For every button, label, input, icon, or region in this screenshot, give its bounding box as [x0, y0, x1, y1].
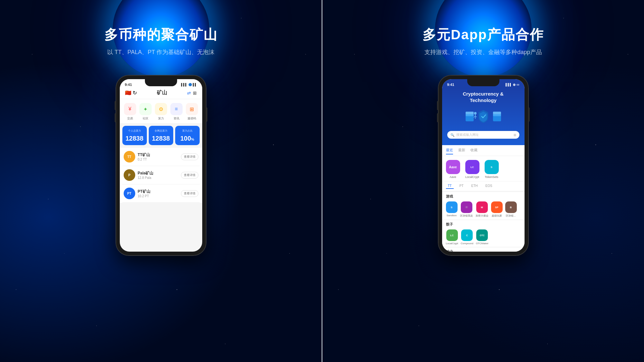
- signal-icon: ▌▌▌: [181, 83, 187, 86]
- app-megapolis[interactable]: M 加密大都会: [476, 201, 488, 218]
- megapolis-label: 加密大都会: [476, 214, 488, 218]
- left-panel-content: 多币种的聚合矿山 以 TT、PALA、PT 作为基础矿山、无泡沫 9:41 ▌▌…: [0, 0, 322, 362]
- list-item-pt[interactable]: PT PT矿山 10.2 PT 查看详情: [122, 184, 200, 203]
- super-player-icon: SP: [491, 201, 503, 213]
- tab-favorites[interactable]: 收藏: [470, 148, 478, 154]
- dice-app-row: LC LocalCrypt C Compound: [446, 229, 521, 245]
- tt-detail-btn[interactable]: 查看详情: [181, 153, 198, 160]
- dice-lc-icon: LC: [446, 229, 458, 241]
- dice-section: 骰子 LC LocalCrypt C: [442, 220, 525, 247]
- vol-up-btn: [115, 101, 116, 110]
- stat-personal: 个人总算力 12838: [122, 126, 147, 145]
- list-item-pala[interactable]: P Pala矿山 12.8 Pala 查看详情: [122, 166, 200, 184]
- battery-icon: ▌▌: [193, 83, 197, 86]
- tab-recent[interactable]: 最近: [446, 148, 453, 154]
- stat-network: 全网总算力 12838: [149, 126, 173, 145]
- tt-info: TT矿山 0.2 TT: [138, 152, 150, 161]
- cat-tab-eth[interactable]: ETH: [469, 183, 480, 189]
- app-sandbox[interactable]: S Sandbox: [446, 201, 458, 218]
- dapp-search-bar[interactable]: 🔍 搜索或输入网址 ⊞: [447, 131, 519, 139]
- tokensets-icon: S: [485, 160, 499, 174]
- mining-list: TT TT矿山 0.2 TT 查看详情: [120, 148, 202, 203]
- mining-screen: 9:41 ▌▌▌ 🔵 ▌▌ 🇨🇳 ↻ 矿山 ⇄ ⊞: [120, 79, 202, 252]
- icon-item-trade[interactable]: ¥ 交易: [124, 103, 136, 121]
- icon-item-news[interactable]: ≡ 资讯: [170, 103, 183, 121]
- stat-network-value: 12838: [151, 135, 171, 142]
- cat-tab-pt[interactable]: PT: [458, 183, 466, 189]
- mining-nav-title: 矿山: [157, 89, 167, 96]
- search-placeholder: 搜索或输入网址: [456, 133, 512, 137]
- right-phone-frame: 9:41 ▌▌▌ ◍ ▭ Cryptocurrency &Technology: [438, 75, 528, 255]
- pt-detail-btn[interactable]: 查看详情: [181, 190, 198, 197]
- app-super-player[interactable]: SP 超级玩家: [491, 201, 503, 218]
- hashrate-icon: ⚙: [155, 103, 167, 115]
- dice-app-compound[interactable]: C Compound: [461, 229, 473, 245]
- svg-rect-2: [466, 112, 474, 114]
- pt-amount: 10.2 PT: [138, 194, 150, 198]
- stat-personal-value: 12838: [125, 135, 144, 142]
- app-item-tokensets[interactable]: S TokenSets: [485, 160, 499, 179]
- app-item-localcrypt[interactable]: LC LocalCrypt: [465, 160, 479, 179]
- community-icon: ✦: [139, 103, 152, 115]
- sandbox-label: Sandbox: [447, 214, 457, 217]
- dapp-recent-apps: Aave Aave LC LocalCrypt S: [442, 156, 525, 181]
- localcrypt-label: LocalCrypt: [465, 175, 479, 179]
- games-section: 游戏 S Sandbox 👾: [442, 192, 525, 219]
- transfer-icon: ⇄: [187, 90, 191, 96]
- icon-item-invite[interactable]: ⊞ 邀请码: [186, 103, 198, 121]
- mining-industry-title: 矿业: [446, 249, 521, 252]
- cat-tab-eos[interactable]: EOS: [484, 183, 494, 189]
- cat-tab-tt[interactable]: TT: [446, 183, 454, 189]
- news-icon: ≡: [170, 103, 183, 115]
- compound-label: Compound: [461, 242, 473, 245]
- otcmaker-label: OTCMaker: [476, 242, 488, 245]
- right-title: 多元Dapp产品合作: [422, 26, 544, 44]
- pala-detail-btn[interactable]: 查看详情: [181, 172, 198, 179]
- stat-ratio-value: 100%: [178, 135, 197, 142]
- mining-icons-row: ¥ 交易 ✦ 社区 ⚙: [120, 99, 202, 123]
- right-panel-content: 多元Dapp产品合作 支持游戏、挖矿、投资、金融等多种dapp产品 9:41 ▌…: [322, 0, 644, 362]
- dapp-hero-graphic: [464, 105, 503, 128]
- wifi-icon-r: ◍: [513, 83, 516, 86]
- battery-icon-r: ▭: [516, 83, 519, 86]
- icon-item-community[interactable]: ✦ 社区: [139, 103, 152, 121]
- right-vol-down: [437, 113, 438, 122]
- dice-lc-label: LocalCrypt: [446, 242, 458, 245]
- aave-label: Aave: [450, 175, 456, 179]
- stat-network-label: 全网总算力: [151, 129, 171, 133]
- localcrypt-icon: LC: [465, 160, 479, 174]
- trade-label: 交易: [127, 116, 133, 121]
- invite-icon: ⊞: [186, 103, 198, 115]
- search-icon: 🔍: [450, 133, 454, 137]
- left-phone-container: 9:41 ▌▌▌ 🔵 ▌▌ 🇨🇳 ↻ 矿山 ⇄ ⊞: [116, 75, 206, 255]
- pala-info: Pala矿山 12.8 Pala: [138, 171, 154, 180]
- dapp-tabs-row: 最近 最新 收藏: [442, 145, 525, 156]
- stat-ratio-label: 算力占比: [178, 129, 197, 133]
- right-panel: 多元Dapp产品合作 支持游戏、挖矿、投资、金融等多种dapp产品 9:41 ▌…: [322, 0, 644, 362]
- time-left: 9:41: [125, 83, 132, 87]
- megapolis-icon: M: [476, 201, 488, 213]
- power-btn: [206, 107, 207, 122]
- games-section-title: 游戏: [446, 194, 521, 199]
- icon-item-hashrate[interactable]: ⚙ 算力: [155, 103, 167, 121]
- right-phone-container: 9:41 ▌▌▌ ◍ ▭ Cryptocurrency &Technology: [438, 75, 528, 255]
- app-chain-other[interactable]: B 区块链...: [505, 201, 517, 218]
- right-power: [528, 107, 530, 122]
- app-item-aave[interactable]: Aave Aave: [446, 160, 460, 179]
- nav-actions: ⇄ ⊞: [187, 90, 197, 96]
- tab-newest[interactable]: 最新: [458, 148, 465, 154]
- hashrate-label: 算力: [158, 116, 164, 121]
- list-item-tt[interactable]: TT TT矿山 0.2 TT 查看详情: [122, 148, 200, 166]
- stats-grid: 个人总算力 12838 全网总算力 12838 算力占比 100%: [120, 123, 202, 148]
- dice-app-localcrypt[interactable]: LC LocalCrypt: [446, 229, 458, 245]
- chain-walk-icon: 👾: [461, 201, 472, 213]
- mining-nav: 🇨🇳 ↻ 矿山 ⇄ ⊞: [120, 88, 202, 99]
- tt-left: TT TT矿山 0.2 TT: [124, 151, 150, 162]
- scan-icon: ⊞: [193, 90, 197, 96]
- dice-app-otcmaker[interactable]: OTC OTCMaker: [476, 229, 488, 245]
- svg-rect-5: [493, 112, 501, 114]
- games-app-row: S Sandbox 👾 区块链我走: [446, 201, 521, 218]
- trade-icon: ¥: [124, 103, 136, 115]
- app-chain-walk[interactable]: 👾 区块链我走: [460, 201, 473, 218]
- stat-personal-label: 个人总算力: [125, 129, 144, 133]
